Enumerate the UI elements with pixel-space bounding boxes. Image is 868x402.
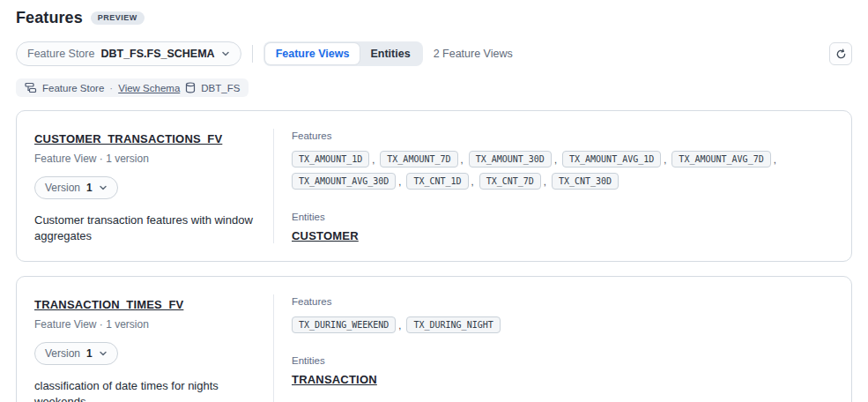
- feature-view-meta: Feature View · 1 version: [34, 318, 256, 331]
- entity-link[interactable]: CUSTOMER: [292, 229, 359, 242]
- features-section-label: Features: [292, 296, 830, 307]
- feature-name-chip[interactable]: TX_AMOUNT_1D: [292, 151, 369, 168]
- breadcrumb-separator: ·: [109, 83, 113, 93]
- card-detail-column: FeaturesTX_AMOUNT_1D,TX_AMOUNT_7D,TX_AMO…: [274, 129, 851, 243]
- chip-separator: ,: [664, 149, 666, 170]
- toolbar-divider: [252, 45, 253, 63]
- refresh-button[interactable]: [829, 42, 852, 65]
- database-icon: [185, 82, 196, 93]
- view-tabs: Feature Views Entities: [263, 41, 423, 66]
- version-label: Version: [45, 182, 80, 194]
- breadcrumb-database-name: DBT_FS: [201, 83, 240, 93]
- feature-name-chip[interactable]: TX_DURING_WEEKEND: [292, 316, 396, 333]
- schema-hierarchy-icon: [25, 82, 37, 93]
- entities-section-label: Entities: [292, 212, 830, 222]
- chip-separator: ,: [774, 149, 776, 170]
- version-value: 1: [86, 347, 93, 360]
- chevron-down-icon: [99, 183, 108, 192]
- feature-name-chip[interactable]: TX_CNT_1D: [406, 173, 468, 190]
- chip-separator: ,: [544, 171, 546, 192]
- feature-view-title-link[interactable]: TRANSACTION_TIMES_FV: [34, 298, 183, 311]
- entity-link[interactable]: TRANSACTION: [292, 373, 377, 386]
- feature-view-description: classification of date times for nights …: [34, 378, 255, 402]
- feature-name-chip[interactable]: TX_CNT_30D: [552, 173, 619, 190]
- feature-name-chip[interactable]: TX_DURING_NIGHT: [406, 316, 500, 333]
- feature-view-title-link[interactable]: CUSTOMER_TRANSACTIONS_FV: [34, 132, 222, 145]
- view-schema-link[interactable]: View Schema: [118, 83, 180, 93]
- feature-name-chip[interactable]: TX_AMOUNT_AVG_30D: [292, 173, 396, 190]
- chevron-down-icon: [221, 49, 230, 58]
- chip-separator: ,: [554, 149, 557, 170]
- feature-store-select[interactable]: Feature Store DBT_FS.FS_SCHEMA: [16, 41, 241, 66]
- chip-separator: ,: [461, 149, 464, 170]
- feature-store-select-label: Feature Store: [27, 48, 94, 60]
- page-title: Features: [16, 9, 83, 27]
- toolbar: Feature Store DBT_FS.FS_SCHEMA Feature V…: [16, 41, 852, 66]
- feature-name-chip[interactable]: TX_AMOUNT_30D: [469, 151, 552, 168]
- feature-name-chip[interactable]: TX_CNT_7D: [479, 173, 541, 190]
- chip-separator: ,: [398, 171, 401, 192]
- chevron-down-icon: [99, 349, 108, 358]
- feature-name-chip[interactable]: TX_AMOUNT_AVG_7D: [671, 151, 770, 168]
- feature-views-count: 2 Feature Views: [434, 48, 513, 60]
- tab-feature-views[interactable]: Feature Views: [265, 43, 360, 64]
- chip-separator: ,: [372, 149, 375, 170]
- chip-separator: ,: [398, 315, 401, 336]
- feature-view-card: CUSTOMER_TRANSACTIONS_FVFeature View · 1…: [16, 110, 852, 262]
- entities-section: EntitiesTRANSACTION: [292, 355, 830, 387]
- version-value: 1: [86, 182, 93, 194]
- card-detail-column: FeaturesTX_DURING_WEEKEND,TX_DURING_NIGH…: [274, 294, 851, 402]
- feature-name-chip[interactable]: TX_AMOUNT_AVG_1D: [562, 151, 661, 168]
- feature-chip-list: TX_DURING_WEEKEND,TX_DURING_NIGHT: [292, 314, 829, 336]
- preview-badge: PREVIEW: [91, 11, 145, 25]
- card-summary-column: CUSTOMER_TRANSACTIONS_FVFeature View · 1…: [17, 129, 274, 243]
- card-summary-column: TRANSACTION_TIMES_FVFeature View · 1 ver…: [17, 294, 274, 402]
- entities-section: EntitiesCUSTOMER: [292, 212, 830, 243]
- feature-view-card: TRANSACTION_TIMES_FVFeature View · 1 ver…: [16, 276, 852, 402]
- version-selector[interactable]: Version1: [34, 176, 118, 199]
- feature-name-chip[interactable]: TX_AMOUNT_7D: [380, 151, 457, 168]
- feature-view-meta: Feature View · 1 version: [34, 153, 256, 165]
- feature-view-card-list: CUSTOMER_TRANSACTIONS_FVFeature View · 1…: [16, 110, 852, 402]
- features-section-label: Features: [292, 130, 830, 141]
- entities-section-label: Entities: [292, 355, 830, 366]
- features-page: Features PREVIEW Feature Store DBT_FS.FS…: [0, 0, 868, 402]
- breadcrumb-store-label: Feature Store: [42, 83, 104, 93]
- tab-entities[interactable]: Entities: [360, 43, 420, 64]
- feature-chip-list: TX_AMOUNT_1D,TX_AMOUNT_7D,TX_AMOUNT_30D,…: [292, 148, 829, 192]
- feature-view-description: Customer transaction features with windo…: [34, 212, 255, 243]
- page-header: Features PREVIEW: [16, 9, 852, 27]
- refresh-icon: [835, 48, 847, 60]
- version-label: Version: [45, 347, 80, 360]
- feature-store-select-value: DBT_FS.FS_SCHEMA: [100, 48, 214, 60]
- breadcrumb: Feature Store · View Schema DBT_FS: [16, 78, 249, 97]
- version-selector[interactable]: Version1: [34, 342, 118, 365]
- chip-separator: ,: [471, 171, 474, 192]
